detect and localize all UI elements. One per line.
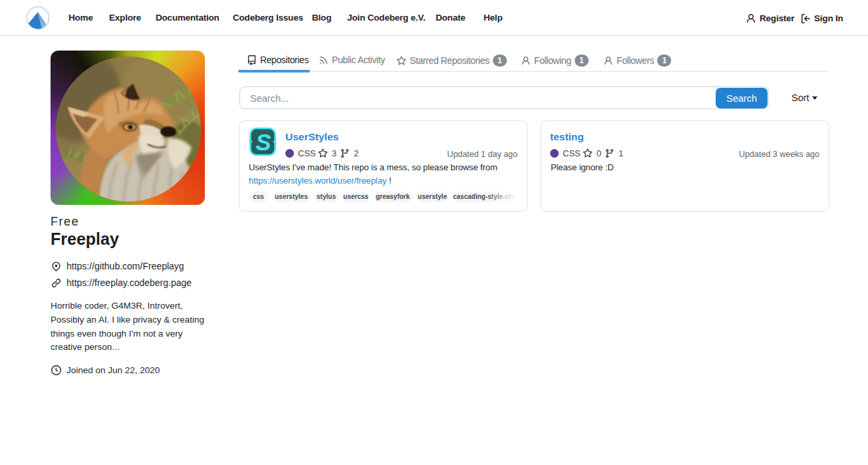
svg-text:S: S bbox=[255, 129, 271, 155]
